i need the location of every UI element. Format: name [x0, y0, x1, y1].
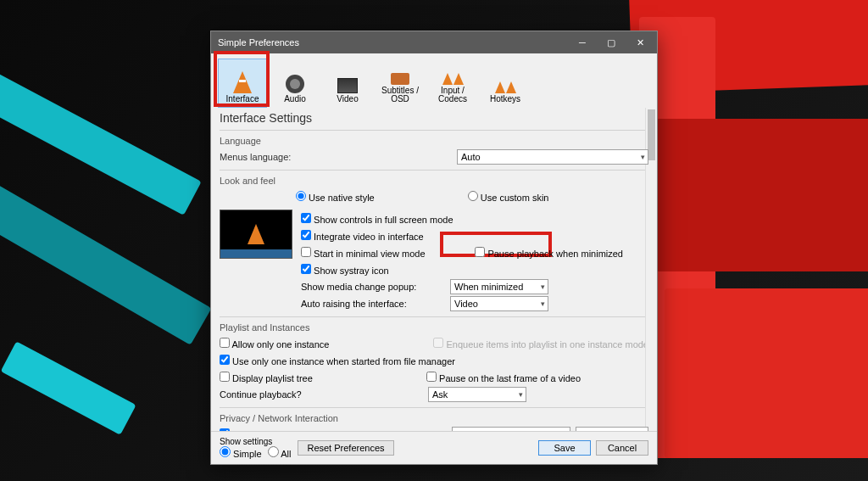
group-language: Language Menus language: Auto [220, 130, 648, 170]
radio-custom-skin[interactable]: Use custom skin [468, 191, 549, 203]
titlebar[interactable]: Simple Preferences ─ ▢ ✕ [211, 31, 657, 53]
cb-minimal-view[interactable]: Start in minimal view mode [301, 247, 426, 259]
auto-raise-combo[interactable]: Video [450, 296, 548, 311]
minimize-button[interactable]: ─ [569, 33, 596, 52]
category-tabs: Interface Audio Video Subtitles / OSD In… [211, 53, 657, 108]
cb-updates-notifier[interactable]: Activate updates notifier [220, 428, 331, 431]
cb-one-instance[interactable]: Allow only one instance [220, 338, 329, 350]
cb-pause-when-minimized[interactable]: Pause playback when minimized [475, 247, 623, 259]
tab-hotkeys[interactable]: Hotkeys [481, 59, 530, 108]
updates-interval-combo[interactable]: Every 3 days [576, 427, 648, 431]
reset-preferences-button[interactable]: Reset Preferences [298, 440, 393, 456]
tab-subtitles[interactable]: Subtitles / OSD [376, 59, 425, 108]
settings-content: Interface Settings Language Menus langua… [211, 108, 657, 431]
menus-language-combo[interactable]: Auto [457, 149, 648, 165]
group-playlist: Playlist and Instances Allow only one in… [220, 316, 648, 407]
continue-playback-combo[interactable]: Ask [428, 387, 526, 402]
radio-all[interactable]: All [268, 449, 292, 459]
tab-interface[interactable]: Interface [218, 59, 267, 108]
headphones-icon [286, 75, 304, 93]
scrollbar-thumb[interactable] [648, 109, 655, 160]
close-button[interactable]: ✕ [626, 33, 654, 52]
continue-playback-label: Continue playback? [220, 389, 423, 400]
group-privacy: Privacy / Network Interaction Activate u… [220, 407, 648, 431]
updates-interval-blank[interactable] [452, 427, 570, 431]
media-popup-combo[interactable]: When minimized [450, 279, 548, 294]
radio-simple[interactable]: Simple [220, 449, 262, 459]
cb-integrate-video[interactable]: Integrate video in interface [301, 230, 424, 242]
group-look-and-feel: Look and feel Use native style Use custo… [220, 170, 648, 316]
cone-icon [233, 71, 252, 93]
preferences-window: Simple Preferences ─ ▢ ✕ Interface Audio… [210, 31, 658, 465]
tab-input-codecs[interactable]: Input / Codecs [428, 59, 477, 108]
cb-fullscreen-controls[interactable]: Show controls in full screen mode [301, 213, 453, 225]
cb-playlist-tree[interactable]: Display playlist tree [220, 372, 313, 383]
cb-systray-icon[interactable]: Show systray icon [301, 264, 389, 276]
cb-one-instance-filemgr[interactable]: Use only one instance when started from … [220, 355, 455, 366]
maximize-button[interactable]: ▢ [598, 33, 625, 52]
tab-video[interactable]: Video [323, 59, 372, 108]
save-button[interactable]: Save [538, 440, 591, 456]
show-settings-label: Show settings [220, 437, 291, 446]
auto-raise-label: Auto raising the interface: [301, 299, 445, 309]
tab-audio[interactable]: Audio [270, 59, 320, 108]
cb-pause-last-frame[interactable]: Pause on the last frame of a video [426, 372, 581, 383]
page-heading: Interface Settings [220, 111, 648, 125]
window-title: Simple Preferences [218, 37, 299, 48]
footer: Show settings Simple All Reset Preferenc… [211, 431, 657, 464]
codecs-icon [442, 73, 464, 85]
media-popup-label: Show media change popup: [301, 282, 445, 292]
cancel-button[interactable]: Cancel [596, 440, 648, 456]
radio-native-style[interactable]: Use native style [296, 191, 375, 203]
monitor-icon [337, 78, 358, 93]
clapperboard-icon [391, 73, 409, 85]
hotkeys-icon [495, 81, 516, 93]
cb-enqueue-one-instance: Enqueue items into playlist in one insta… [433, 338, 648, 350]
menus-language-label: Menus language: [220, 152, 330, 162]
skin-preview [220, 210, 292, 259]
